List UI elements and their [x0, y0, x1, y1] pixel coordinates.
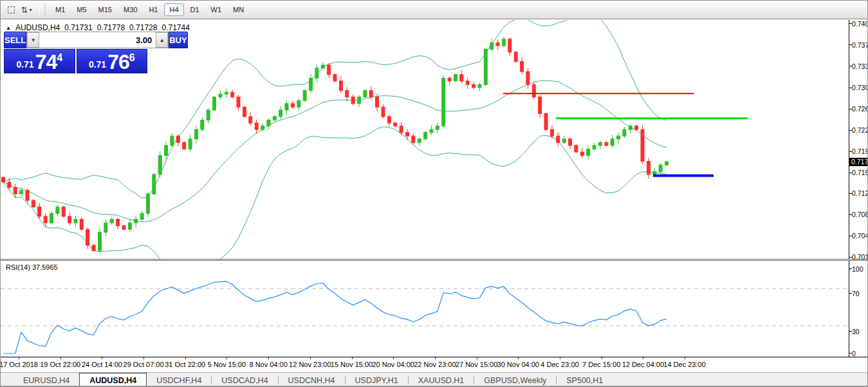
current-price-tag: 0.71744 [849, 158, 868, 166]
volume-decrease-button[interactable]: ▼ [27, 32, 39, 48]
collapse-arrow-icon[interactable]: ▲ [6, 25, 11, 31]
dropdown-caret-icon: ▾ [29, 7, 32, 13]
time-axis[interactable]: 17 Oct 201819 Oct 22:0024 Oct 14:0029 Oc… [1, 357, 868, 372]
tab-audusd-h4[interactable]: AUDUSD,H4 [79, 373, 147, 387]
rsi-axis[interactable]: 10070300 [849, 261, 868, 357]
time-axis-tick [352, 357, 353, 359]
price-axis-label: 0.73360 [852, 62, 868, 70]
buy-button[interactable]: BUY [169, 32, 187, 48]
time-axis-tick [643, 357, 643, 359]
time-axis-tick [560, 357, 560, 359]
volume-stepper: ▼ ▲ [26, 32, 169, 48]
volume-increase-button[interactable]: ▲ [156, 32, 168, 48]
timeframe-m15[interactable]: M15 [93, 3, 117, 16]
rsi-axis-label: 70 [852, 290, 860, 297]
toolbar-drag-grip[interactable] [44, 3, 47, 16]
time-axis-tick [143, 357, 144, 359]
timeframe-w1[interactable]: W1 [206, 3, 227, 16]
rsi-line [3, 281, 667, 354]
toolbar: ⇅▾ M1M5M15M30H1H4D1W1MN [1, 1, 867, 19]
open-value: 0.71731 [64, 23, 92, 32]
timeframe-h4[interactable]: H4 [164, 3, 183, 16]
time-axis-label: 4 Dec 23:00 [540, 361, 578, 368]
time-axis-tick [685, 357, 685, 359]
price-axis-label: 0.72280 [852, 126, 868, 134]
price-axis-label: 0.70130 [852, 253, 868, 261]
time-axis-tick [435, 357, 436, 359]
timeframe-mn[interactable]: MN [228, 3, 249, 16]
price-axis-label: 0.70850 [852, 211, 868, 218]
time-axis-tick [518, 357, 519, 359]
rsi-indicator-label: RSI(14) 37.5965 [6, 263, 58, 271]
time-axis-label: 14 Dec 23:00 [663, 361, 705, 368]
time-axis-label: 19 Oct 22:00 [40, 361, 80, 368]
price-axis-label: 0.73000 [852, 84, 868, 91]
sell-price-pips: 74 [35, 53, 57, 71]
timeframe-m5[interactable]: M5 [71, 3, 91, 16]
selection-box-glyph [8, 6, 15, 14]
time-axis-tick [477, 357, 477, 359]
time-axis-label: 22 Nov 23:00 [414, 361, 456, 368]
rsi-axis-label: 30 [852, 328, 860, 335]
time-axis-tick [60, 357, 61, 359]
tab-gbpusd-weekly[interactable]: GBPUSD,Weekly [474, 373, 556, 387]
time-axis-label: 8 Nov 04:00 [249, 361, 287, 368]
time-axis-label: 7 Dec 15:00 [582, 361, 620, 368]
time-axis-tick [310, 357, 311, 359]
time-axis-label: 12 Nov 23:00 [289, 361, 331, 368]
time-axis-label: 24 Oct 14:00 [82, 361, 122, 368]
chart-window: ▲ AUDUSD,H4 0.71731 0.71778 0.71728 0.71… [1, 20, 868, 372]
toolbar-separator [39, 3, 40, 16]
buy-price-point: 6 [129, 48, 135, 68]
time-axis-label: 27 Nov 15:00 [456, 361, 497, 368]
time-axis-label: 20 Nov 04:00 [372, 361, 414, 368]
tab-sp500-h1[interactable]: SP500,H1 [557, 373, 613, 387]
rsi-axis-label: 100 [852, 265, 863, 273]
low-value: 0.71728 [129, 23, 157, 32]
timeframe-h1[interactable]: H1 [143, 3, 163, 16]
rsi-chart-canvas[interactable] [1, 261, 849, 357]
timeframe-bar: M1M5M15M30H1H4D1W1MN [50, 3, 250, 16]
time-axis-label: 30 Nov 04:00 [497, 361, 539, 368]
tab-usdjpy-h1[interactable]: USDJPY,H1 [346, 373, 408, 387]
buy-price-pips: 76 [107, 53, 129, 71]
price-axis-label: 0.71920 [852, 147, 868, 155]
price-axis-label: 0.73720 [852, 41, 868, 49]
time-axis-label: 5 Nov 15:00 [208, 361, 246, 368]
price-axis-label: 0.74080 [852, 20, 868, 28]
tab-usdchf-h4[interactable]: USDCHF,H4 [147, 373, 211, 387]
price-axis-label: 0.72640 [852, 105, 868, 113]
timeframe-d1[interactable]: D1 [185, 3, 205, 16]
buy-price-prefix: 0.71 [89, 58, 106, 71]
price-axis-label: 0.70490 [852, 232, 868, 240]
tabbar-underline [1, 386, 867, 386]
time-axis-label: 15 Nov 15:00 [331, 361, 373, 368]
buy-price-box[interactable]: 0.71 76 6 [77, 49, 148, 73]
time-axis-tick [268, 357, 269, 359]
time-axis-label: 29 Oct 07:00 [124, 361, 164, 368]
time-axis-tick [102, 357, 102, 359]
price-axis[interactable]: 0.740800.737200.733600.730000.726400.722… [849, 20, 868, 259]
sell-button[interactable]: SELL [4, 32, 26, 48]
sell-price-point: 4 [57, 48, 62, 68]
pane-divider[interactable] [1, 259, 868, 261]
volume-input[interactable] [39, 32, 156, 48]
close-value: 0.71744 [162, 23, 189, 32]
time-axis-label: 17 Oct 2018 [0, 361, 38, 368]
tab-usdcad-h4[interactable]: USDCAD,H4 [212, 373, 277, 387]
tab-usdcnh-h4[interactable]: USDCNH,H4 [279, 373, 345, 387]
timeframe-m30[interactable]: M30 [118, 3, 142, 16]
timeframe-m1[interactable]: M1 [50, 3, 70, 16]
price-axis-label: 0.71560 [852, 169, 868, 176]
time-axis-label: 12 Dec 04:00 [622, 361, 664, 368]
tile-windows-icon[interactable]: ⇅▾ [20, 3, 33, 16]
chart-ohlc-header: ▲ AUDUSD,H4 0.71731 0.71778 0.71728 0.71… [6, 23, 190, 32]
time-axis-tick [185, 357, 186, 359]
time-axis-tick [393, 357, 394, 359]
chart-tab-bar: EURUSD,H4AUDUSD,H4USDCHF,H4USDCAD,H4USDC… [1, 372, 868, 387]
sell-price-box[interactable]: 0.71 74 4 [4, 49, 75, 73]
tab-eurusd-h4[interactable]: EURUSD,H4 [14, 373, 79, 387]
selection-box-icon[interactable] [5, 3, 17, 16]
time-axis-tick [602, 357, 602, 359]
tab-xauusd-h1[interactable]: XAUUSD,H1 [409, 373, 474, 387]
